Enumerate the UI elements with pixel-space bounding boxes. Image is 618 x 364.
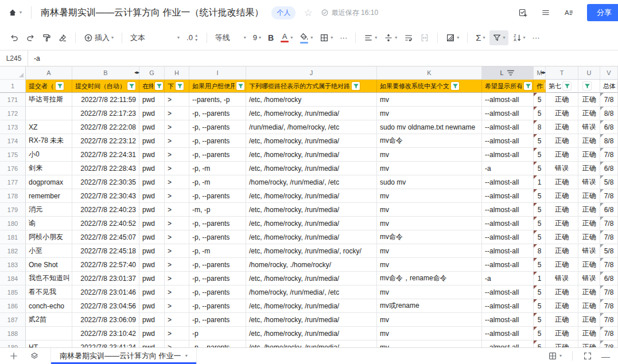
- cell-G-189[interactable]: pwd: [139, 340, 165, 347]
- cell-M-181[interactable]: 5: [534, 230, 546, 244]
- cell-L-188[interactable]: --almost-all: [482, 327, 534, 340]
- cell-L-173[interactable]: --almost-all: [482, 120, 534, 134]
- cell-G-173[interactable]: pwd: [139, 120, 165, 134]
- cell-H-175[interactable]: >: [165, 148, 189, 162]
- cell-G-182[interactable]: pwd: [139, 244, 165, 258]
- cell-J-188[interactable]: /etc, /home/rocky, /run/media/: [246, 327, 377, 340]
- row-header-177[interactable]: 177: [0, 175, 26, 189]
- cell-L-183[interactable]: --almost-all: [482, 258, 534, 272]
- header-cell-H-1[interactable]: 下: [165, 80, 189, 93]
- undo-button[interactable]: [7, 30, 22, 45]
- cell-T-185[interactable]: 正确: [546, 285, 578, 299]
- row-header-172[interactable]: 172: [0, 107, 26, 120]
- number-format-button[interactable]: 文本▾: [127, 30, 182, 46]
- cell-I-184[interactable]: -p, --parents: [189, 272, 246, 285]
- hidden-columns-indicator[interactable]: ◂▸: [134, 70, 139, 75]
- cell-I-177[interactable]: -p, -m: [189, 175, 246, 189]
- cell-T-173[interactable]: 正确: [546, 120, 578, 134]
- filter-funnel-icon[interactable]: [524, 82, 532, 90]
- cell-A-176[interactable]: 剑来: [26, 162, 72, 175]
- filter-funnel-icon[interactable]: [155, 82, 163, 90]
- header-cell-G-1[interactable]: 在终: [139, 80, 165, 93]
- cell-A-181[interactable]: 阿桢小朋友: [26, 230, 72, 244]
- sheet-list-button[interactable]: [30, 351, 39, 361]
- header-cell-I-1[interactable]: 如果用户想使用: [189, 80, 246, 93]
- row-header-173[interactable]: 173: [0, 120, 26, 134]
- cell-U-182[interactable]: 错误: [578, 244, 600, 258]
- cell-B-177[interactable]: 2022/7/8 22:30:35: [72, 175, 139, 189]
- cell-M-184[interactable]: 1: [534, 272, 546, 285]
- cell-M-187[interactable]: 5: [534, 313, 546, 327]
- cell-T-174[interactable]: 正确: [546, 134, 578, 148]
- header-cell-A-1[interactable]: 提交者（: [26, 80, 72, 93]
- sum-button[interactable]: Σ▾: [473, 30, 488, 45]
- cell-H-182[interactable]: >: [165, 244, 189, 258]
- insert-button[interactable]: 插入▾: [81, 30, 116, 46]
- cell-J-181[interactable]: /etc, /home/rocky, /run/media/: [246, 230, 377, 244]
- cell-U-179[interactable]: 正确: [578, 203, 600, 217]
- header-cell-L-1[interactable]: 希望显示所有以.符: [482, 80, 534, 93]
- cell-V-181[interactable]: 7/8: [600, 230, 618, 244]
- cell-U-176[interactable]: 正确: [578, 162, 600, 175]
- cell-M-189[interactable]: 5: [534, 340, 546, 347]
- column-header-T[interactable]: T: [546, 66, 578, 80]
- cell-J-182[interactable]: /etc, /home/rocky, /run/media/, rocky/: [246, 244, 377, 258]
- header-cell-U-1[interactable]: [578, 80, 600, 93]
- row-header-184[interactable]: 184: [0, 272, 26, 285]
- cell-V-188[interactable]: 7/8: [600, 327, 618, 340]
- cell-J-187[interactable]: /etc, /home/rocky, /run/media/: [246, 313, 377, 327]
- cell-L-186[interactable]: --almost-all: [482, 299, 534, 313]
- vertical-align-button[interactable]: ▾: [381, 30, 400, 45]
- cell-T-189[interactable]: 正确: [546, 340, 578, 347]
- cell-B-184[interactable]: 2022/7/8 23:01:37: [72, 272, 139, 285]
- filter-funnel-icon[interactable]: [451, 82, 459, 90]
- cell-K-181[interactable]: mv命令: [377, 230, 482, 244]
- cell-A-172[interactable]: [26, 107, 72, 120]
- cell-L-175[interactable]: --almost-all: [482, 148, 534, 162]
- cell-M-177[interactable]: 1: [534, 175, 546, 189]
- cell-A-189[interactable]: HT: [26, 340, 72, 347]
- cell-H-179[interactable]: >: [165, 203, 189, 217]
- add-sheet-button[interactable]: [9, 351, 18, 361]
- cell-I-171[interactable]: --parents, -p: [189, 93, 246, 107]
- cell-A-183[interactable]: One Shot: [26, 258, 72, 272]
- cell-V-179[interactable]: 6/8: [600, 203, 618, 217]
- filter-funnel-icon[interactable]: [352, 82, 360, 90]
- filter-funnel-icon[interactable]: [127, 82, 135, 90]
- cell-K-184[interactable]: mv命令，rename命令: [377, 272, 482, 285]
- text-wrap-button[interactable]: [401, 30, 416, 45]
- cell-U-186[interactable]: 正确: [578, 299, 600, 313]
- cell-A-174[interactable]: RX-78 未未: [26, 134, 72, 148]
- column-header-G[interactable]: G: [139, 66, 165, 80]
- cell-H-183[interactable]: >: [165, 258, 189, 272]
- cell-I-188[interactable]: -p: [189, 327, 246, 340]
- cell-J-185[interactable]: /home/rocky, /run/media/, /etc: [246, 285, 377, 299]
- cell-G-183[interactable]: pwd: [139, 258, 165, 272]
- sort-button[interactable]: ZA▾: [510, 30, 528, 45]
- row-header-179[interactable]: 179: [0, 203, 26, 217]
- cell-H-178[interactable]: >: [165, 189, 189, 203]
- cell-T-177[interactable]: 正确: [546, 175, 578, 189]
- cell-V-183[interactable]: 7/8: [600, 258, 618, 272]
- cell-M-183[interactable]: 5: [534, 258, 546, 272]
- cell-L-180[interactable]: --almost-all: [482, 217, 534, 230]
- cell-H-180[interactable]: >: [165, 217, 189, 230]
- cell-I-174[interactable]: -p, --parents: [189, 134, 246, 148]
- column-header-I[interactable]: I: [189, 66, 246, 80]
- cell-G-184[interactable]: pwd: [139, 272, 165, 285]
- cell-I-176[interactable]: -p, -m: [189, 162, 246, 175]
- cell-U-174[interactable]: 正确: [578, 134, 600, 148]
- cell-K-183[interactable]: mv: [377, 258, 482, 272]
- cell-L-171[interactable]: --almost-all: [482, 93, 534, 107]
- cell-M-180[interactable]: 5: [534, 217, 546, 230]
- cell-U-178[interactable]: 正确: [578, 189, 600, 203]
- filter-funnel-icon[interactable]: [236, 82, 244, 90]
- cell-V-171[interactable]: 7/8: [600, 93, 618, 107]
- view-mode-button[interactable]: ▾: [548, 351, 562, 361]
- bold-button[interactable]: B: [265, 30, 277, 45]
- font-color-button[interactable]: A▾: [278, 30, 296, 45]
- header-cell-J-1[interactable]: 下列哪些路径表示的方式属于绝对路: [246, 80, 377, 93]
- format-panel-icon[interactable]: A: [564, 8, 573, 17]
- cell-T-182[interactable]: 正确: [546, 244, 578, 258]
- cell-I-182[interactable]: -p, -m: [189, 244, 246, 258]
